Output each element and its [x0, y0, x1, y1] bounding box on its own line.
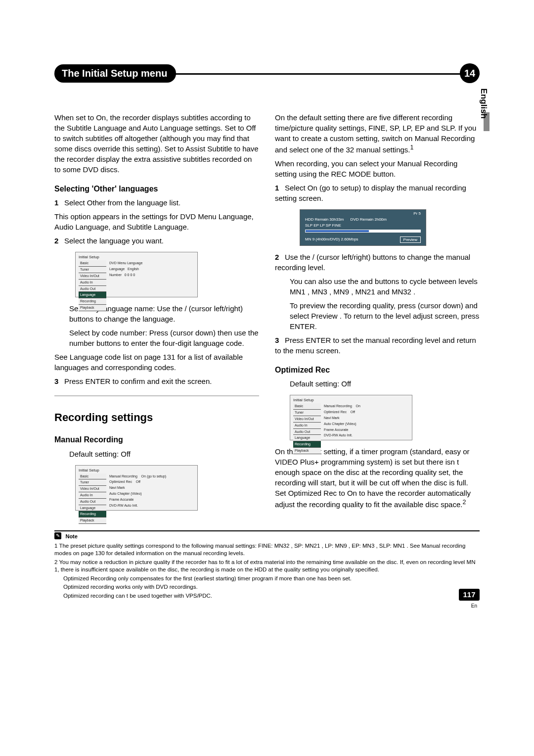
list-item: Tuner: [293, 410, 321, 416]
footnote-2b: Optimized Recording only compensates for…: [63, 575, 480, 583]
list-item: Language: [79, 505, 106, 512]
mr-bullet-a: You can also use the and buttons to cycl…: [290, 276, 480, 297]
footnote-2c: Optimized recording works only with DVD …: [63, 583, 480, 591]
list-item: Audio Out: [79, 499, 106, 505]
page-number-badge: 117: [459, 589, 480, 601]
language-tab: English: [479, 89, 489, 119]
list-item: Video In/Out: [79, 486, 106, 492]
step-1-note: This option appears in the settings for …: [54, 211, 259, 232]
list-item: Video In/Out: [293, 416, 321, 423]
footnote-2d: Optimized recording can t be used togeth…: [63, 592, 480, 600]
subtitle-paragraph: When set to On, the recorder displays su…: [54, 112, 259, 175]
list-item: Audio Out: [79, 286, 106, 292]
list-item: Playback: [79, 305, 106, 311]
mr-step-3: 3Press ENTER to set the manual recording…: [275, 335, 480, 356]
optimized-rec-heading: Optimized Rec: [275, 365, 480, 376]
chapter-number: 14: [460, 63, 480, 83]
screenshot-language-menu: Initial Setup Basic Tuner Video In/Out A…: [75, 252, 198, 297]
step-1: 1Select Other from the language list.: [54, 197, 259, 208]
note-header: ✎ Note: [54, 531, 480, 540]
chapter-header: The Initial Setup menu 14: [54, 64, 480, 83]
list-item: Recording: [79, 298, 106, 305]
note-icon: ✎: [54, 532, 61, 539]
list-item: Audio Out: [293, 429, 321, 435]
list-item: Audio In: [79, 492, 106, 499]
list-item: Language: [293, 435, 321, 441]
list-item: Recording: [293, 441, 321, 448]
optimized-rec-paragraph: On the default setting, if a timer progr…: [275, 446, 480, 510]
list-item: Playback: [293, 448, 321, 454]
list-item: Basic: [79, 260, 106, 267]
list-item: Basic: [293, 403, 321, 410]
footnote-2: 2 You may notice a reduction in picture …: [54, 559, 480, 574]
list-item: Audio In: [79, 280, 106, 286]
recording-settings-heading: Recording settings: [54, 410, 259, 425]
step-2: 2Select the language you want.: [54, 236, 259, 246]
default-setting: Default setting: Off: [69, 449, 259, 459]
section-divider: [54, 395, 259, 396]
list-item: Playback: [79, 518, 106, 524]
left-column: When set to On, the recorder displays su…: [54, 112, 259, 517]
see-language-list: See Language code list on page 131 for a…: [54, 352, 259, 373]
page-title: The Initial Setup menu: [54, 64, 176, 83]
list-item: Language: [79, 292, 106, 298]
bullet-code-number: Select by code number: Press (cursor dow…: [69, 328, 259, 348]
step-3: 3Press ENTER to confirm and exit the scr…: [54, 376, 259, 386]
right-column: On the default setting there are five di…: [275, 112, 480, 517]
mr-bullet-b: To preview the recording quality, press …: [290, 300, 480, 331]
list-item: Video In/Out: [79, 273, 106, 280]
screenshot-optimized-rec: Initial Setup Basic Tuner Video In/Out A…: [290, 395, 412, 440]
page-lang-label: En: [471, 603, 477, 609]
list-item: Recording: [79, 511, 106, 518]
footnote-1: 1 The preset picture quality settings co…: [54, 542, 480, 558]
manual-recording-heading: Manual Recording: [54, 434, 259, 445]
selecting-other-heading: Selecting 'Other' languages: [54, 184, 259, 194]
list-item: Audio In: [293, 423, 321, 429]
list-item: Basic: [79, 473, 106, 480]
optimized-default: Default setting: Off: [290, 378, 480, 389]
mr-paragraph-2: When recording, you can select your Manu…: [275, 158, 480, 179]
list-item: Tuner: [79, 479, 106, 486]
screenshot-level-adjust: Pr 5 HDD Remain 30h33m DVD Remain 2h00m …: [300, 209, 426, 246]
list-item: Tuner: [79, 267, 106, 273]
mr-paragraph-1: On the default setting there are five di…: [275, 112, 480, 155]
mr-step-2: 2Use the / (cursor left/right) buttons t…: [275, 252, 480, 273]
preview-button[interactable]: Preview: [400, 236, 421, 243]
mr-step-1: 1Select On (go to setup) to display the …: [275, 183, 480, 203]
screenshot-manual-recording: Initial Setup Basic Tuner Video In/Out A…: [75, 465, 198, 511]
footnotes: 1 The preset picture quality settings co…: [54, 542, 480, 600]
